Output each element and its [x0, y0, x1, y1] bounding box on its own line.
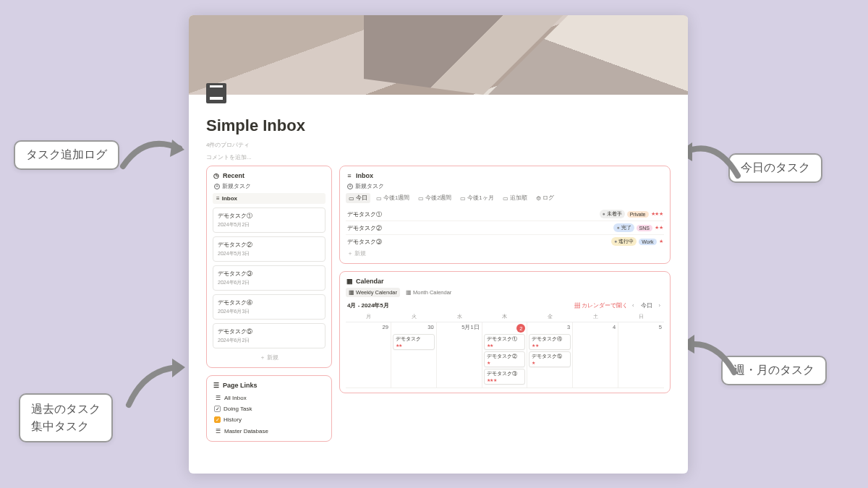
prev-button[interactable]: ‹	[630, 302, 637, 309]
calendar-cell[interactable]: 30デモタスク★★	[391, 322, 437, 388]
list-icon: ≡	[346, 172, 353, 179]
recent-card[interactable]: デモタスク②2024年5月3日	[213, 236, 326, 262]
calendar-icon: ▦	[349, 289, 354, 296]
calendar-event[interactable]: デモタスク⑤★	[529, 351, 571, 367]
tab-icon: ⚙	[536, 195, 541, 202]
day-number: 4	[613, 324, 616, 330]
day-number: 29	[383, 324, 388, 330]
day-number: 5月1日	[461, 324, 479, 331]
day-header: 水	[437, 312, 482, 322]
page-link-item[interactable]: ✓History	[213, 414, 326, 425]
checkbox-icon: ✓	[214, 416, 221, 423]
new-task-button[interactable]: +新規タスク	[214, 182, 326, 190]
calendar-range: 4月 - 2024年5月	[347, 301, 389, 309]
calendar-event[interactable]: デモタスク③★★★	[484, 369, 526, 385]
day-number: 30	[427, 324, 433, 330]
arrow-icon	[116, 127, 188, 177]
arrow-icon	[680, 329, 738, 380]
inbox-title: Inbox	[356, 172, 373, 179]
new-task-button[interactable]: +新規タスク	[347, 182, 664, 190]
tab-icon: ▭	[349, 195, 354, 202]
calendar-cell[interactable]: 5	[618, 322, 664, 388]
panel-inbox: ≡Inbox +新規タスク ▭今日▭今後1週間▭今後2週間▭今後1ヶ月▭追加順⚙…	[339, 166, 671, 264]
priority-stars: ★	[659, 239, 663, 244]
calendar-event[interactable]: デモタスク①★★	[484, 334, 526, 350]
properties-hint[interactable]: 4件のプロパティ	[206, 141, 671, 149]
link-icon: ☰	[213, 382, 220, 389]
priority-stars: ★★★	[651, 211, 663, 217]
recent-card[interactable]: デモタスク③2024年6月2日	[213, 265, 326, 291]
today-button[interactable]: 今日	[639, 302, 655, 309]
inbox-tab[interactable]: ▭今日	[346, 193, 370, 203]
calendar-cell[interactable]: 3デモタスク④★★デモタスク⑤★	[527, 322, 573, 388]
next-button[interactable]: ›	[657, 302, 663, 309]
day-header: 金	[527, 312, 573, 322]
category-tag: SNS	[637, 225, 652, 231]
add-comment[interactable]: コメントを追加...	[206, 153, 671, 161]
arrow-icon	[123, 354, 188, 406]
callout-task-log: タスク追加ログ	[14, 140, 119, 170]
inbox-row[interactable]: デモタスク③ ● 進行中 Work ★	[346, 235, 664, 248]
database-icon: ☰	[214, 427, 221, 435]
open-in-calendar[interactable]: ▦ カレンダーで開く	[574, 302, 628, 309]
inbox-tab[interactable]: ▭今後1ヶ月	[457, 193, 496, 203]
day-header: 木	[482, 312, 528, 322]
calendar-cell[interactable]: 29	[346, 322, 391, 388]
calendar-title: Calendar	[356, 278, 384, 285]
tab-icon: ▭	[418, 195, 424, 202]
status-tag: ● 完了	[613, 223, 634, 232]
group-inbox[interactable]: ≡Inbox	[213, 193, 326, 204]
cover-image	[189, 15, 688, 95]
panel-page-links: ☰Page Links ☰All Inbox✓Doing Task✓Histor…	[206, 375, 332, 442]
recent-title: Recent	[223, 172, 244, 179]
calendar-cell[interactable]: 2デモタスク①★★デモタスク②★デモタスク③★★★	[482, 322, 528, 388]
inbox-tab[interactable]: ▭今後2週間	[415, 193, 454, 203]
inbox-tab[interactable]: ▭今後1週間	[373, 193, 412, 203]
inbox-tab[interactable]: ⚙ログ	[533, 193, 557, 203]
status-tag: ● 進行中	[611, 237, 637, 246]
page-link-item[interactable]: ☰All Inbox	[213, 392, 326, 403]
day-number: 3	[567, 324, 570, 330]
inbox-icon: ☰	[214, 394, 221, 401]
tab-icon: ▭	[460, 195, 466, 202]
callout-today: 今日のタスク	[728, 153, 822, 183]
tab-icon: ▭	[503, 195, 509, 202]
day-header: 月	[346, 312, 391, 322]
panel-recent: ◷Recent +新規タスク ≡Inbox デモタスク①2024年5月2日デモタ…	[206, 166, 332, 368]
checkbox-icon: ✓	[214, 406, 221, 412]
calendar-icon: ▦	[406, 289, 412, 296]
priority-stars: ★★	[655, 225, 663, 231]
calendar-tab[interactable]: ▦ Month Calendar	[403, 288, 454, 297]
calendar-cell[interactable]: 5月1日	[437, 322, 482, 388]
add-row[interactable]: ＋ 新規	[346, 248, 664, 259]
day-header: 日	[618, 312, 664, 322]
recent-card[interactable]: デモタスク④2024年6月3日	[213, 294, 326, 320]
calendar-icon: ▦	[346, 278, 353, 285]
list-icon: ≡	[216, 195, 220, 202]
page-link-item[interactable]: ☰Master Database	[213, 425, 326, 437]
status-tag: ● 未着手	[600, 210, 625, 218]
page-title[interactable]: Simple Inbox	[206, 116, 671, 135]
day-header: 火	[391, 312, 437, 322]
inbox-row[interactable]: デモタスク② ● 完了 SNS ★★	[346, 221, 664, 235]
day-number: 5	[659, 324, 662, 330]
calendar-event[interactable]: デモタスク②★	[484, 351, 526, 367]
calendar-event[interactable]: デモタスク④★★	[529, 334, 571, 350]
add-row[interactable]: ＋ 新規	[213, 352, 326, 363]
recent-card[interactable]: デモタスク①2024年5月2日	[213, 207, 326, 233]
page-link-item[interactable]: ✓Doing Task	[213, 403, 326, 414]
page-icon[interactable]	[206, 83, 226, 103]
inbox-tab[interactable]: ▭追加順	[500, 193, 530, 203]
calendar-event[interactable]: デモタスク★★	[393, 334, 435, 350]
calendar-tab[interactable]: ▦ Weekly Calendar	[346, 288, 400, 297]
day-number: 2	[516, 324, 525, 333]
day-header: 土	[573, 312, 618, 322]
app-window: Simple Inbox 4件のプロパティ コメントを追加... ◷Recent…	[189, 15, 688, 474]
recent-card[interactable]: デモタスク⑤2024年6月2日	[213, 323, 326, 348]
callout-past-focus: 過去のタスク 集中タスク	[19, 393, 113, 442]
panel-calendar: ▦Calendar ▦ Weekly Calendar▦ Month Calen…	[339, 271, 671, 393]
tab-icon: ▭	[376, 195, 382, 202]
calendar-cell[interactable]: 4	[573, 322, 618, 388]
inbox-row[interactable]: デモタスク① ● 未着手 Private ★★★	[346, 207, 664, 221]
category-tag: Private	[627, 211, 649, 218]
